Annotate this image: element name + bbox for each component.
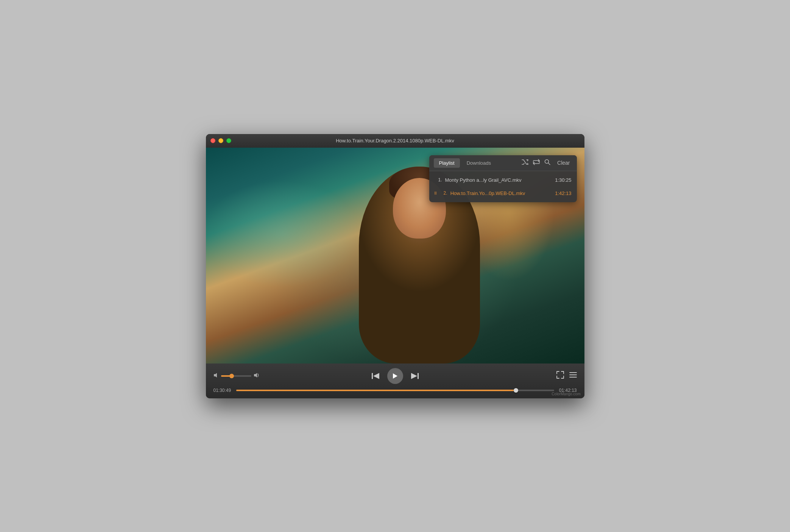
volume-high-icon (254, 373, 260, 379)
titlebar: How.to.Train.Your.Dragon.2.2014.1080p.WE… (206, 134, 584, 148)
playlist-toggle-button[interactable] (569, 372, 577, 380)
volume-low-icon (213, 373, 219, 379)
video-area[interactable]: Playlist Downloads (206, 148, 584, 364)
playlist-items: 1. Monty Python a...ly Grail_AVC.mkv 1:3… (429, 171, 577, 202)
search-icon[interactable] (544, 159, 550, 167)
tab-playlist[interactable]: Playlist (434, 158, 460, 168)
progress-thumb (514, 388, 518, 393)
next-button[interactable] (411, 372, 419, 380)
app-window: How.to.Train.Your.Dragon.2.2014.1080p.WE… (206, 134, 584, 398)
svg-rect-4 (372, 373, 373, 379)
item-number: 2. (440, 190, 447, 196)
maximize-button[interactable] (226, 138, 231, 143)
progress-bar[interactable] (236, 390, 554, 391)
pause-indicator: II (435, 191, 437, 195)
playlist-header: Playlist Downloads (429, 155, 577, 171)
playlist-item-active[interactable]: II 2. How.to.Train.Yo...0p.WEB-DL.mkv 1:… (429, 187, 577, 200)
item-number: 1. (435, 177, 442, 183)
controls-bar: 01:30:49 01:42:13 (206, 364, 584, 398)
shuffle-icon[interactable] (522, 159, 528, 166)
volume-thumb (229, 374, 234, 378)
window-title: How.to.Train.Your.Dragon.2.2014.1080p.WE… (336, 138, 454, 144)
item-duration: 1:42:13 (555, 190, 571, 196)
item-duration: 1:30:25 (555, 177, 571, 183)
right-controls (556, 371, 577, 381)
fullscreen-button[interactable] (556, 371, 564, 381)
playlist-item[interactable]: 1. Monty Python a...ly Grail_AVC.mkv 1:3… (429, 173, 577, 187)
svg-marker-3 (254, 373, 257, 378)
item-title: Monty Python a...ly Grail_AVC.mkv (445, 177, 552, 183)
svg-marker-2 (214, 373, 217, 378)
close-button[interactable] (210, 138, 215, 143)
svg-marker-5 (373, 373, 379, 379)
playlist-panel: Playlist Downloads (429, 155, 577, 202)
progress-row: 01:30:49 01:42:13 (213, 388, 577, 393)
svg-marker-8 (411, 373, 417, 379)
tab-downloads[interactable]: Downloads (461, 158, 496, 168)
volume-section (213, 373, 260, 379)
play-pause-button[interactable] (387, 368, 403, 384)
transport-row (213, 368, 577, 384)
svg-rect-7 (418, 373, 419, 379)
traffic-lights (210, 138, 231, 143)
svg-marker-6 (393, 373, 397, 379)
repeat-icon[interactable] (533, 159, 540, 167)
volume-slider[interactable] (221, 375, 251, 377)
item-title: How.to.Train.Yo...0p.WEB-DL.mkv (450, 190, 552, 196)
volume-fill (221, 375, 232, 377)
current-time: 01:30:49 (213, 388, 232, 393)
transport-controls (371, 368, 419, 384)
svg-line-1 (548, 163, 550, 165)
playlist-icons: Clear (522, 159, 572, 167)
progress-fill (236, 390, 516, 391)
clear-button[interactable]: Clear (555, 159, 572, 167)
watermark: ColorMango.com (552, 392, 580, 396)
previous-button[interactable] (371, 372, 380, 380)
minimize-button[interactable] (218, 138, 223, 143)
